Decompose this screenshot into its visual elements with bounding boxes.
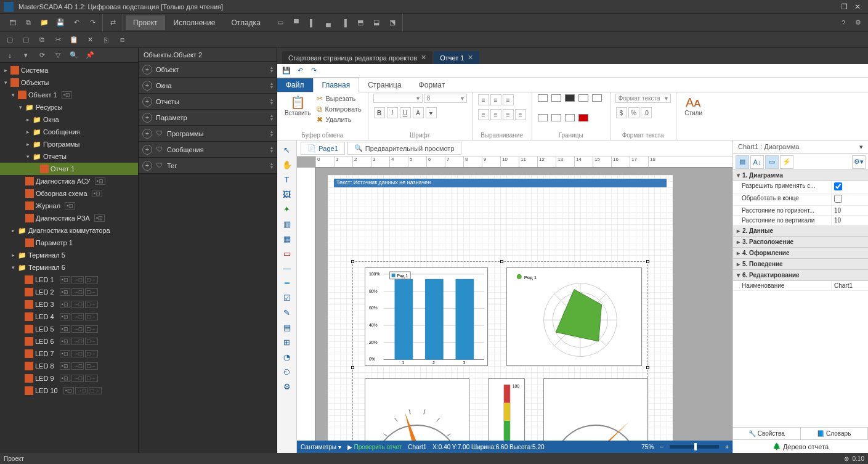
open-icon[interactable]: 📁 <box>37 15 52 30</box>
tree-view-icon[interactable]: 🗔 <box>5 15 20 30</box>
ribbon-tab-file[interactable]: Файл <box>277 78 313 92</box>
border-inner-button[interactable] <box>565 114 575 121</box>
font-size-select[interactable]: 8▾ <box>424 94 467 103</box>
acc-tag[interactable]: +🛡Тег▴▾ <box>139 158 277 174</box>
delete-button[interactable]: ✖Удалить <box>315 115 362 124</box>
close-button[interactable]: ✕ <box>851 1 864 12</box>
align-right-icon[interactable]: ⬔ <box>385 15 400 30</box>
node-diag-asu[interactable]: Диагностика АСУ•⊡ <box>0 175 138 187</box>
align-v-icon[interactable]: ▌ <box>305 15 320 30</box>
node-terminal6[interactable]: ▾📁Терминал 6 <box>0 261 138 274</box>
project-tree[interactable]: ▸Система ▾Объекты ▾Объект 1•⊡ ▾📁Ресурсы … <box>0 63 138 453</box>
node-reports[interactable]: ▾📁Отчеты <box>0 150 138 163</box>
subreport-tool-icon[interactable]: ▤ <box>280 320 294 334</box>
node-overview[interactable]: Обзорная схема•⊡ <box>0 187 138 200</box>
undo-icon[interactable]: ↶ <box>294 66 306 76</box>
align-left-button[interactable]: ≡ <box>478 109 489 120</box>
node-led1[interactable]: LED 1•⊡→□□→ <box>0 274 138 286</box>
tab-dictionary[interactable]: 📘Словарь <box>801 428 869 439</box>
styles-button[interactable]: AᴀСтили <box>681 94 706 118</box>
align-right-button[interactable]: ≡ <box>503 109 514 120</box>
ribbon-tab-format[interactable]: Формат <box>410 78 454 92</box>
categorized-button[interactable]: ▤ <box>736 155 749 169</box>
zoom-in-button[interactable]: + <box>725 444 729 450</box>
copy-button[interactable]: ⧉Копировать <box>315 104 362 114</box>
border-none-button[interactable] <box>551 94 561 102</box>
node-diag-rza[interactable]: Диагностика РЗА•⊡ <box>0 212 138 224</box>
page-tab-preview[interactable]: 🔍Предварительный просмотр <box>347 142 461 155</box>
node-led2[interactable]: LED 2•⊡→□□→ <box>0 286 138 298</box>
ribbon-tab-main[interactable]: Главная <box>313 78 360 92</box>
tab-report1[interactable]: Отчет 1✕ <box>434 51 479 64</box>
ribbon-tab-page[interactable]: Страница <box>359 78 410 92</box>
filter-icon[interactable]: ▽ <box>51 48 65 63</box>
border-outer-button[interactable] <box>565 94 575 102</box>
tab-report-tree[interactable]: 🌲Дерево отчета <box>733 439 868 453</box>
new-icon[interactable]: ▢ <box>2 33 17 47</box>
page-tab-page1[interactable]: 📄Page1 <box>301 142 345 155</box>
gauge-widget-1[interactable] <box>365 378 469 441</box>
node-param1[interactable]: Параметр 1 <box>0 237 138 249</box>
node-led10[interactable]: LED 10•⊡→□□→ <box>0 385 138 397</box>
flash-icon[interactable]: ⚡ <box>780 155 793 169</box>
acc-windows[interactable]: +Окна▴▾ <box>139 78 277 94</box>
node-report1[interactable]: Отчет 1 <box>0 163 138 175</box>
node-led9[interactable]: LED 9•⊡→□□→ <box>0 372 138 385</box>
crosstab-tool-icon[interactable]: ⊞ <box>280 335 294 349</box>
save-icon[interactable]: 💾 <box>281 66 292 76</box>
connect-icon[interactable]: ⇄ <box>105 15 120 30</box>
acc-object[interactable]: +Объект▴▾ <box>139 62 277 78</box>
align-center-icon[interactable]: ⬓ <box>369 15 384 30</box>
report-page[interactable]: Текст: Источник данных не назначен 1 <box>328 175 673 441</box>
category-layout[interactable]: ▸3. Расположение <box>733 237 868 248</box>
category-editing[interactable]: ▾6. Редактирование <box>733 270 868 281</box>
category-diagram[interactable]: ▾1. Диаграмма <box>733 170 868 181</box>
zoom-in-icon[interactable]: ⊕ <box>844 455 849 462</box>
menu-execution[interactable]: Исполнение <box>166 15 223 30</box>
category-behaviour[interactable]: ▸5. Поведение <box>733 259 868 270</box>
delete-icon[interactable]: ✕ <box>83 33 97 47</box>
bold-button[interactable]: B <box>374 107 385 118</box>
node-led6[interactable]: LED 6•⊡→□□→ <box>0 335 138 348</box>
sort-icon[interactable]: ↕ <box>2 48 17 63</box>
node-objects[interactable]: ▾Объекты <box>0 76 138 89</box>
barcode-tool-icon[interactable]: ▥ <box>280 217 294 230</box>
zoom-out-button[interactable]: − <box>660 444 663 450</box>
node-object1[interactable]: ▾Объект 1•⊡ <box>0 89 138 101</box>
pin-icon[interactable]: 📌 <box>83 48 97 63</box>
prop-process-end[interactable]: Обработать в конце <box>733 193 868 206</box>
settings-icon[interactable]: ⚙ <box>851 15 866 30</box>
close-icon[interactable]: ✕ <box>468 54 473 62</box>
align-bottom-button[interactable]: ≡ <box>503 94 514 105</box>
currency-button[interactable]: $ <box>616 107 627 118</box>
link-icon[interactable]: ⎘ <box>99 33 113 47</box>
align-icon[interactable]: ▭ <box>273 15 288 30</box>
units-selector[interactable]: Сантиметры ▾ <box>301 444 341 450</box>
percent-button[interactable]: % <box>628 107 639 118</box>
richtext-tool-icon[interactable]: ✎ <box>280 306 294 319</box>
redo-icon[interactable]: ↷ <box>308 66 319 76</box>
border-top-button[interactable] <box>592 94 602 102</box>
close-icon[interactable]: ✕ <box>421 54 426 62</box>
line-tool-icon[interactable]: — <box>280 261 294 275</box>
node-windows[interactable]: ▸📁Окна <box>0 113 138 126</box>
search-icon[interactable]: 🔍 <box>67 48 81 63</box>
checkbox-tool-icon[interactable]: ☑ <box>280 291 294 304</box>
tab-properties[interactable]: 🔧Свойства <box>733 428 801 439</box>
collapse-icon[interactable]: ▾ <box>18 48 33 63</box>
node-programs[interactable]: ▸📁Программы <box>0 138 138 150</box>
align-justify-button[interactable]: ≡ <box>515 109 526 120</box>
menu-debug[interactable]: Отладка <box>224 15 267 30</box>
canvas[interactable]: 0123456789101112131415161718 Текст: Исто… <box>297 157 732 441</box>
chart-tool-icon[interactable]: ◔ <box>280 350 294 364</box>
allow-checkbox[interactable] <box>834 182 842 190</box>
settings-gear-icon[interactable]: ⚙▾ <box>852 155 866 169</box>
node-system[interactable]: ▸Система <box>0 64 138 76</box>
table-tool-icon[interactable]: ▦ <box>280 232 294 245</box>
node-led4[interactable]: LED 4•⊡→□□→ <box>0 311 138 323</box>
bar-chart-widget[interactable]: 100% 80% 60% 40% 20% 0% 123 <box>365 267 488 366</box>
map-tool-icon[interactable]: ⚙ <box>280 380 294 393</box>
fill-color-button[interactable]: ▾ <box>426 107 437 118</box>
acc-messages[interactable]: +🛡Сообщения▴▾ <box>139 142 277 158</box>
gauge-widget-2[interactable] <box>543 378 648 441</box>
